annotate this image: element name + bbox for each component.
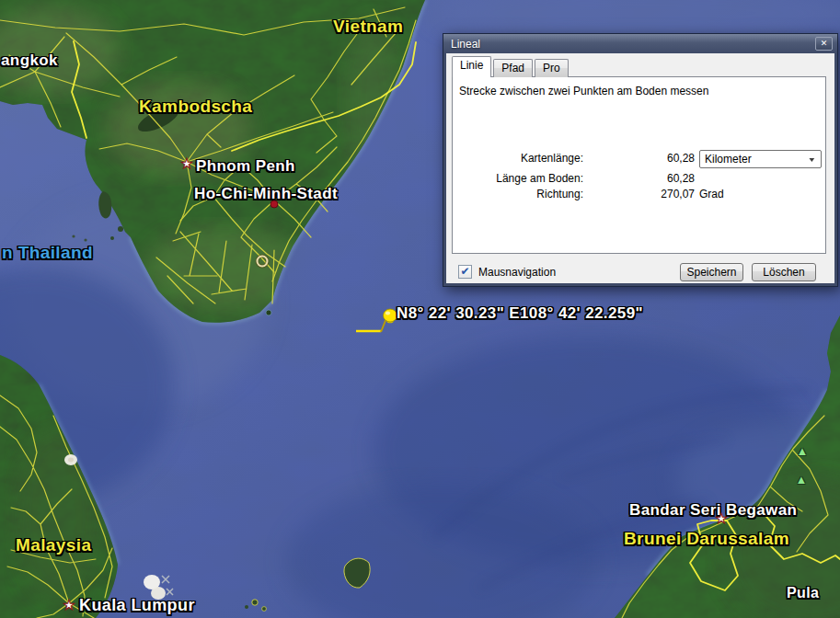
laenge-am-boden-value: 60,28 bbox=[583, 172, 695, 185]
field-row-richtung: Richtung: 270,07 Grad bbox=[453, 186, 825, 201]
field-row-kartenlaenge: Kartenlänge: 60,28 Kilometer ▼ bbox=[453, 150, 825, 166]
richtung-value: 270,07 bbox=[583, 188, 695, 200]
mouse-navigation-checkbox[interactable]: ✔ bbox=[458, 265, 472, 279]
ruler-dialog: Lineal ✕ Linie Pfad Pro Strecke zwischen… bbox=[443, 33, 838, 287]
kartenlaenge-value: 60,28 bbox=[583, 152, 695, 165]
dialog-titlebar[interactable]: Lineal ✕ bbox=[443, 34, 837, 53]
tab-panel: Strecke zwischen zwei Punkten am Boden m… bbox=[452, 76, 826, 254]
richtung-unit: Grad bbox=[699, 188, 724, 200]
richtung-label: Richtung: bbox=[453, 188, 583, 200]
dialog-title: Lineal bbox=[451, 38, 480, 51]
tab-pfad[interactable]: Pfad bbox=[493, 59, 533, 77]
kartenlaenge-label: Kartenlänge: bbox=[453, 152, 583, 165]
field-row-laenge-am-boden: Länge am Boden: 60,28 bbox=[453, 170, 825, 186]
mouse-navigation-label: Mausnavigation bbox=[478, 266, 556, 279]
unit-dropdown-value: Kilometer bbox=[705, 153, 809, 166]
dialog-body: Linie Pfad Pro Strecke zwischen zwei Pun… bbox=[446, 53, 834, 283]
tab-pro[interactable]: Pro bbox=[535, 59, 569, 77]
save-button[interactable]: Speichern bbox=[680, 263, 743, 281]
close-icon: ✕ bbox=[821, 39, 828, 48]
delete-button[interactable]: Löschen bbox=[752, 263, 816, 281]
checkmark-icon: ✔ bbox=[460, 265, 469, 278]
laenge-am-boden-label: Länge am Boden: bbox=[453, 172, 583, 185]
close-button[interactable]: ✕ bbox=[815, 37, 833, 51]
chevron-down-icon: ▼ bbox=[808, 156, 817, 163]
google-earth-viewport[interactable]: angkokVietnamKambodschaPhnom PenhHo-Chi-… bbox=[0, 0, 840, 618]
unit-dropdown[interactable]: Kilometer ▼ bbox=[699, 150, 822, 168]
measure-description: Strecke zwischen zwei Punkten am Boden m… bbox=[459, 85, 708, 97]
tab-linie[interactable]: Linie bbox=[452, 56, 491, 77]
mouse-navigation-row: ✔ Mausnavigation bbox=[458, 265, 556, 279]
tab-bar: Linie Pfad Pro bbox=[452, 58, 570, 77]
